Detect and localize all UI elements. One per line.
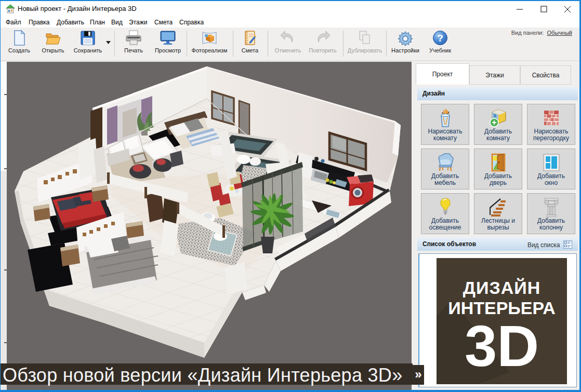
svg-text:?: ?: [437, 33, 443, 44]
